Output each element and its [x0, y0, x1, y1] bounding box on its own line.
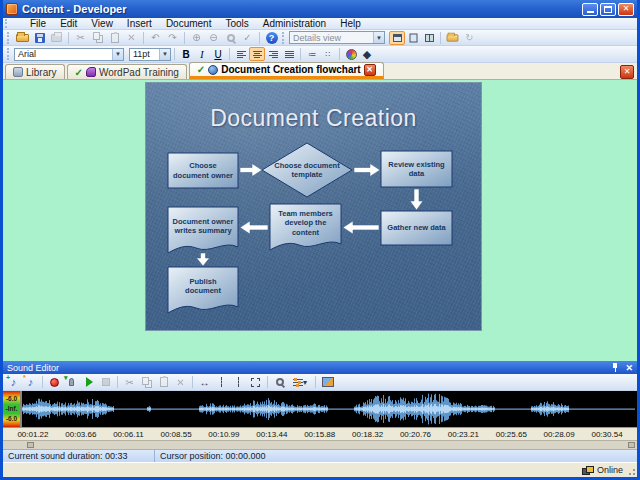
- details-view-value: Details view: [293, 33, 341, 43]
- toolbar-grip[interactable]: [7, 32, 12, 44]
- open-button[interactable]: [14, 31, 31, 45]
- align-justify-button[interactable]: [281, 47, 297, 61]
- timeline-label: 00:23.21: [448, 430, 479, 439]
- selection-start-button[interactable]: [213, 375, 230, 389]
- zoom-out-button[interactable]: ⊖: [205, 31, 222, 45]
- align-right-button[interactable]: [265, 47, 281, 61]
- crop-button[interactable]: [247, 375, 264, 389]
- close-button[interactable]: ✕: [618, 3, 634, 16]
- bold-button[interactable]: B: [178, 47, 194, 61]
- find-button[interactable]: [222, 31, 239, 45]
- numbered-list-button[interactable]: ≔: [304, 47, 320, 61]
- toolbar-grip[interactable]: [5, 19, 21, 28]
- bullet-list-button[interactable]: ∷: [320, 47, 336, 61]
- font-name-dropdown[interactable]: Arial ▼: [14, 48, 124, 61]
- minimize-button[interactable]: [582, 3, 598, 16]
- timeline-ruler: 00:01.22 00:03.66 00:06.11 00:08.55 00:1…: [3, 427, 637, 440]
- underline-button[interactable]: U: [210, 47, 226, 61]
- checkmark-icon: ✓: [197, 64, 205, 75]
- view-options-button[interactable]: [319, 375, 336, 389]
- flow-arrow-1[interactable]: [240, 164, 262, 177]
- timeline-label: 00:28.09: [544, 430, 575, 439]
- cut-button[interactable]: ✂: [72, 31, 89, 45]
- sound-delete-button[interactable]: ✕: [172, 375, 189, 389]
- details-view-dropdown[interactable]: Details view ▼: [289, 31, 385, 44]
- menu-item-administration[interactable]: Administration: [256, 18, 333, 29]
- italic-button[interactable]: I: [194, 47, 210, 61]
- zoom-button[interactable]: [271, 375, 288, 389]
- record-button[interactable]: [46, 375, 63, 389]
- sound-editor-status-bar: Current sound duration: 00:33 Cursor pos…: [3, 449, 637, 462]
- online-status: Online: [597, 465, 623, 475]
- flow-arrow-4[interactable]: [343, 221, 379, 234]
- flow-arrow-5[interactable]: [240, 221, 268, 234]
- refresh-button[interactable]: ↻: [461, 31, 478, 45]
- menu-item-view[interactable]: View: [84, 18, 120, 29]
- sound-paste-button[interactable]: [155, 375, 172, 389]
- separator: [42, 376, 43, 388]
- tab-wordpad-training[interactable]: ✓ WordPad Training: [67, 64, 187, 79]
- tab-close-button[interactable]: ✕: [364, 64, 376, 76]
- zoom-fit-button[interactable]: ↔: [196, 375, 213, 389]
- tab-wordpad-label: WordPad Training: [99, 67, 179, 78]
- microphone-icon: [69, 378, 74, 386]
- sound-cut-button[interactable]: ✂: [121, 375, 138, 389]
- single-view-button[interactable]: [389, 31, 405, 45]
- fill-color-button[interactable]: ◆: [359, 47, 375, 61]
- split-vertical-view-button[interactable]: [421, 31, 437, 45]
- scroll-handle-left[interactable]: [27, 442, 34, 448]
- paste-button[interactable]: [106, 31, 123, 45]
- editor-canvas[interactable]: Document Creation: [3, 80, 637, 361]
- menu-item-insert[interactable]: Insert: [120, 18, 159, 29]
- menu-item-tools[interactable]: Tools: [218, 18, 255, 29]
- pin-icon[interactable]: [611, 363, 619, 372]
- waveform-scrollbar[interactable]: [3, 440, 637, 449]
- undo-button[interactable]: ↶: [147, 31, 164, 45]
- align-left-button[interactable]: [233, 47, 249, 61]
- delete-button[interactable]: ✕: [123, 31, 140, 45]
- flow-arrow-3[interactable]: [410, 189, 423, 210]
- tab-library[interactable]: Library: [5, 64, 65, 79]
- align-center-button[interactable]: [249, 47, 265, 61]
- menu-item-help[interactable]: Help: [333, 18, 368, 29]
- chevron-down-icon: ▼: [112, 49, 123, 60]
- split-horizontal-view-button[interactable]: [405, 31, 421, 45]
- folder-view-button[interactable]: [444, 31, 461, 45]
- sound-editor-title: Sound Editor: [7, 363, 59, 373]
- toolbar-grip[interactable]: [7, 48, 12, 61]
- font-color-button[interactable]: [343, 47, 359, 61]
- flow-arrow-6[interactable]: [197, 253, 210, 266]
- copy-button[interactable]: [89, 31, 106, 45]
- tab-document-creation-flowchart[interactable]: ✓ Document Creation flowchart ✕: [189, 62, 384, 79]
- import-sound-button[interactable]: ♪*: [22, 375, 39, 389]
- sound-editor-close-button[interactable]: ✕: [625, 363, 633, 373]
- tabstrip-close-button[interactable]: ✕: [620, 65, 634, 79]
- redo-button[interactable]: ↷: [164, 31, 181, 45]
- waveform-canvas[interactable]: [22, 391, 635, 427]
- flow-arrow-2[interactable]: [354, 164, 380, 177]
- flowchart-slide[interactable]: Document Creation: [146, 83, 481, 330]
- play-button[interactable]: [80, 375, 97, 389]
- resize-grip[interactable]: [626, 466, 636, 476]
- print-button[interactable]: [48, 31, 65, 45]
- selection-end-button[interactable]: [230, 375, 247, 389]
- toolbar-grip[interactable]: [282, 32, 287, 44]
- waveform-display[interactable]: [22, 391, 637, 427]
- levels-dropdown[interactable]: ▾: [288, 375, 312, 389]
- save-disk-icon: [35, 33, 45, 43]
- spelling-button[interactable]: ✓: [239, 31, 256, 45]
- new-sound-button[interactable]: ♪+: [5, 375, 22, 389]
- font-size-dropdown[interactable]: 11pt ▼: [129, 48, 171, 61]
- standard-toolbar: ✂ ✕ ↶ ↷ ⊕ ⊖ ✓ ? Details view ▼ ↻: [3, 30, 637, 46]
- menu-item-file[interactable]: File: [23, 18, 53, 29]
- menu-item-edit[interactable]: Edit: [53, 18, 84, 29]
- stop-button[interactable]: [97, 375, 114, 389]
- help-button[interactable]: ?: [263, 31, 280, 45]
- mic-record-button[interactable]: ▾: [63, 375, 80, 389]
- zoom-in-button[interactable]: ⊕: [188, 31, 205, 45]
- sound-copy-button[interactable]: [138, 375, 155, 389]
- menu-item-document[interactable]: Document: [159, 18, 219, 29]
- save-button[interactable]: [31, 31, 48, 45]
- maximize-button[interactable]: [600, 3, 616, 16]
- scroll-handle-right[interactable]: [628, 442, 635, 448]
